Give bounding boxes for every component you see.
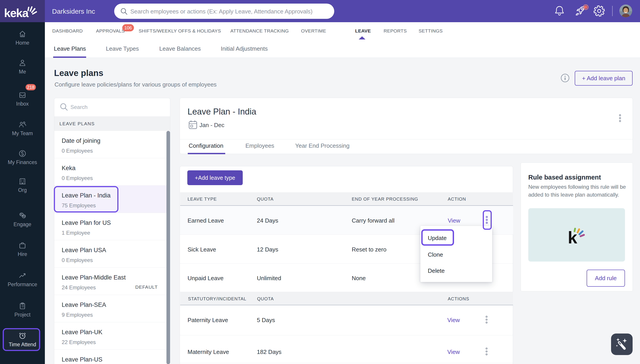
svg-text:keka: keka (5, 6, 29, 19)
svg-text:k: k (568, 228, 577, 247)
